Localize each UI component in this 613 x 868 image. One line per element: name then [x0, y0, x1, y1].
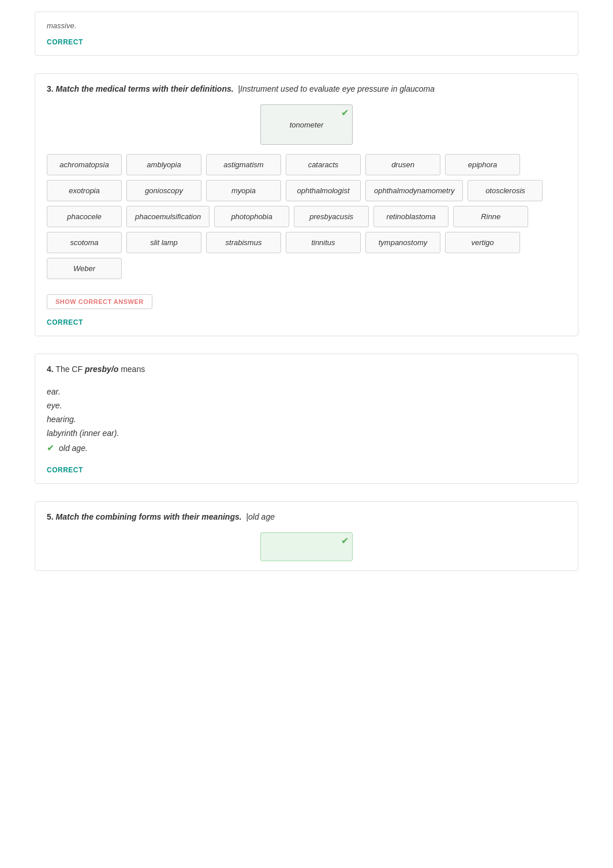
drag-item-vertigo[interactable]: vertigo — [445, 232, 520, 253]
q5-number: 5. — [47, 512, 54, 521]
drag-item-drusen[interactable]: drusen — [365, 154, 440, 175]
q4-number: 4. — [47, 365, 54, 374]
q4-options: ear. eye. hearing. labyrinth (inner ear)… — [47, 385, 566, 456]
drag-item-exotropia[interactable]: exotropia — [47, 180, 122, 201]
drag-item-slit-lamp[interactable]: slit lamp — [126, 232, 201, 253]
drag-item-epiphora[interactable]: epiphora — [445, 154, 520, 175]
q5-bottom-zone-wrap: ✔ — [47, 532, 566, 561]
drag-item-gonioscopy[interactable]: gonioscopy — [126, 180, 201, 201]
drag-item-retinoblastoma[interactable]: retinoblastoma — [373, 206, 448, 227]
show-correct-answer-button[interactable]: SHOW CORRECT ANSWER — [47, 294, 152, 309]
q3-correct-badge: CORRECT — [47, 318, 83, 326]
q4-cf: presby/o — [85, 365, 118, 374]
q3-pipe-answer: Instrument used to evaluate eye pressure… — [240, 84, 435, 93]
q4-option-ear[interactable]: ear. — [47, 385, 566, 399]
q4-option-eye-text: eye. — [47, 401, 62, 410]
drag-item-ophthalmodynamometry[interactable]: ophthalmodynamometry — [365, 180, 463, 201]
q5-instruction: Match the combining forms with their mea… — [56, 512, 242, 521]
q4-header: 4. The CF presby/o means — [47, 363, 566, 375]
q4-prefix: The CF — [55, 365, 85, 374]
drag-item-presbyacusis[interactable]: presbyacusis — [294, 206, 369, 227]
drag-item-achromatopsia[interactable]: achromatopsia — [47, 154, 122, 175]
drag-item-phacocele[interactable]: phacocele — [47, 206, 122, 227]
q4-correct-badge: CORRECT — [47, 466, 83, 474]
q2-tail-section: massive. CORRECT — [35, 12, 578, 56]
drag-item-tympanostomy[interactable]: tympanostomy — [365, 232, 440, 253]
q4-option-ear-text: ear. — [47, 387, 61, 396]
drag-item-myopia[interactable]: myopia — [206, 180, 281, 201]
q4-option-labyrinth-text: labyrinth (inner ear). — [47, 429, 119, 438]
q4-option-old-age[interactable]: ✔ old age. — [47, 440, 566, 456]
q3-section: 3. Match the medical terms with their de… — [35, 73, 578, 336]
q5-section: 5. Match the combining forms with their … — [35, 501, 578, 571]
q4-option-old-age-text: old age. — [59, 444, 88, 453]
q5-header: 5. Match the combining forms with their … — [47, 511, 566, 523]
drag-item-ophthalmologist[interactable]: ophthalmologist — [286, 180, 361, 201]
q3-number: 3. — [47, 84, 54, 93]
drag-item-astigmatism[interactable]: astigmatism — [206, 154, 281, 175]
q3-instruction: Match the medical terms with their defin… — [56, 84, 234, 93]
drag-item-strabismus[interactable]: strabismus — [206, 232, 281, 253]
drag-item-cataracts[interactable]: cataracts — [286, 154, 361, 175]
q3-top-check-icon: ✔ — [341, 107, 349, 118]
q3-header: 3. Match the medical terms with their de… — [47, 83, 566, 95]
q3-top-drop-zone[interactable]: ✔ tonometer — [260, 104, 353, 145]
drag-item-otosclerosis[interactable]: otosclerosis — [468, 180, 543, 201]
drag-item-rinne[interactable]: Rinne — [453, 206, 528, 227]
q4-option-eye[interactable]: eye. — [47, 399, 566, 412]
q4-option-hearing-text: hearing. — [47, 415, 76, 424]
drag-item-weber[interactable]: Weber — [47, 258, 122, 279]
q3-drag-items-grid: achromatopsia amblyopia astigmatism cata… — [47, 154, 566, 279]
drag-item-photophobia[interactable]: photophobia — [214, 206, 289, 227]
q4-correct-check-icon: ✔ — [47, 442, 54, 453]
q5-pipe-answer: old age — [248, 512, 275, 521]
drag-item-phacoemulsification[interactable]: phacoemulsification — [126, 206, 210, 227]
q3-top-zone-wrap: ✔ tonometer — [47, 104, 566, 145]
q2-correct-badge: CORRECT — [47, 38, 83, 46]
drag-item-scotoma[interactable]: scotoma — [47, 232, 122, 253]
q5-bottom-drop-zone[interactable]: ✔ — [260, 532, 353, 561]
q4-suffix: means — [118, 365, 145, 374]
q2-tail-text: massive. — [47, 21, 566, 30]
q4-section: 4. The CF presby/o means ear. eye. heari… — [35, 354, 578, 484]
q3-top-term: tonometer — [290, 121, 324, 129]
drag-item-amblyopia[interactable]: amblyopia — [126, 154, 201, 175]
q5-check-icon: ✔ — [341, 535, 349, 546]
drag-item-tinnitus[interactable]: tinnitus — [286, 232, 361, 253]
q4-option-hearing[interactable]: hearing. — [47, 412, 566, 426]
q4-option-labyrinth[interactable]: labyrinth (inner ear). — [47, 426, 566, 440]
